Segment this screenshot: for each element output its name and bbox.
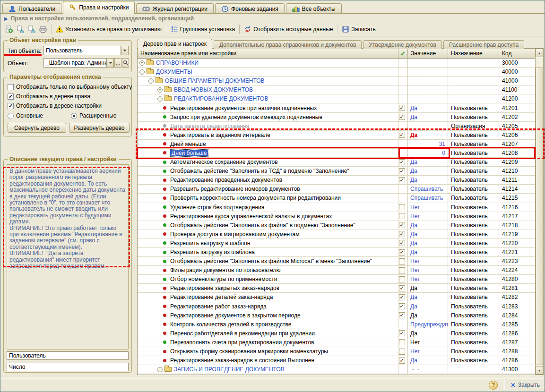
value-cell[interactable]: Нет	[408, 266, 448, 274]
value-checkbox[interactable]: ✓	[399, 240, 405, 246]
checkbox-icon[interactable]	[8, 103, 14, 109]
value-checkbox[interactable]: ✓	[399, 222, 405, 228]
tree-row[interactable]: Разрешить выгрузку в шаблон✓ДаПользовате…	[138, 239, 535, 248]
check-cell[interactable]	[398, 85, 408, 94]
tab-users[interactable]: Пользователи	[2, 3, 61, 14]
tree-row[interactable]: +ВВОД НОВЫХ ДОКУМЕНТОВ- -41100	[138, 85, 535, 94]
expander-icon[interactable]: −	[139, 69, 145, 75]
tree-row[interactable]: Запрос при удалении документов имеющих п…	[138, 113, 535, 122]
collapse-tree-button[interactable]: Свернуть дерево	[8, 123, 66, 133]
tab-event-log[interactable]: Журнал регистрации	[136, 3, 214, 14]
value-checkbox[interactable]	[399, 213, 405, 219]
value-cell[interactable]: Нет	[408, 203, 448, 212]
check-cell[interactable]: ✓	[398, 239, 408, 247]
tab-all-objects[interactable]: Все объекты	[286, 3, 342, 14]
check-cell[interactable]	[398, 347, 408, 356]
tree-row[interactable]: +СПРАВОЧНИКИ- -30000	[138, 59, 535, 68]
close-button[interactable]: ✕ Закрыть	[510, 382, 540, 389]
tree-row[interactable]: −ДОКУМЕНТЫ- -40000	[138, 68, 535, 77]
tree-row[interactable]: Удаление строк без подтвержденияНетПольз…	[138, 203, 535, 212]
value-checkbox[interactable]: ✓	[399, 294, 405, 300]
column-header-check[interactable]: ✓	[398, 49, 408, 59]
tree-row[interactable]: +ЗАПИСЬ И ПРОВЕДЕНИЕ ДОКУМЕНТОВ- -41300	[138, 365, 535, 374]
value-cell[interactable]: Да	[408, 176, 448, 184]
scroll-thumb[interactable]	[536, 68, 543, 365]
checkbox-show-settings-tree[interactable]: Отображать в дереве настройки	[8, 102, 102, 109]
value-cell[interactable]: Спрашивать	[408, 185, 448, 193]
check-cell[interactable]	[398, 212, 408, 221]
tree-row[interactable]: Отображать действие "Заполнить из файла"…	[138, 221, 535, 230]
tree-row[interactable]: Редактирование курса управленческой валю…	[138, 212, 535, 221]
check-cell[interactable]: ✓	[398, 311, 408, 320]
tree-row[interactable]: Редактирование документов при наличии по…	[138, 103, 535, 112]
value-checkbox[interactable]: ✓	[399, 358, 405, 364]
tree-row[interactable]: Проверять корректность номера документа …	[138, 194, 535, 203]
check-cell[interactable]: ✓	[398, 329, 408, 338]
value-checkbox[interactable]: ✓	[399, 114, 405, 120]
tree-row[interactable]: Отображать действие "Заполнить из ТСД" в…	[138, 167, 535, 176]
check-cell[interactable]	[398, 68, 408, 76]
checkbox-show-rights-tree[interactable]: Отображать в дереве права	[8, 93, 90, 100]
tab-document-approval[interactable]: Утверждение документов	[363, 40, 442, 49]
tab-rights-settings[interactable]: Права и настройки	[63, 1, 135, 14]
value-checkbox[interactable]: ✓	[399, 330, 405, 336]
value-cell[interactable]: Да	[408, 311, 448, 320]
check-cell[interactable]	[398, 77, 408, 85]
value-checkbox[interactable]	[399, 258, 405, 264]
check-cell[interactable]	[398, 257, 408, 265]
copy-rights-to-button[interactable]	[15, 24, 26, 34]
value-checkbox[interactable]: ✓	[399, 303, 405, 309]
radio-basic[interactable]: Основные	[8, 112, 43, 119]
tree-row[interactable]: Отображать действие "Заполнить из файлов…	[138, 257, 535, 266]
set-default-rights-button[interactable]: Установить все права по умолчанию	[54, 24, 164, 34]
scroll-down-button[interactable]: ▼	[536, 366, 543, 375]
value-cell[interactable]: - -	[408, 94, 448, 103]
object-value-field[interactable]: _Шаблон прав: Администр	[43, 58, 107, 68]
expand-tree-button[interactable]: Развернуть дерево	[69, 123, 130, 133]
tree-row[interactable]: Проверка доступа к мигрировавшим докумен…	[138, 230, 535, 239]
value-cell[interactable]: Предупреждать	[408, 320, 448, 329]
tab-rights-tree[interactable]: Дерево прав и настроек	[138, 39, 212, 49]
vertical-scrollbar[interactable]: ▲ ▼	[535, 49, 543, 375]
scroll-up-button[interactable]: ▲	[536, 49, 543, 57]
tree-row[interactable]: Редактирование заказ-нарядов в состоянии…	[138, 356, 535, 365]
value-cell[interactable]: Да	[408, 167, 448, 175]
value-cell[interactable]: Да	[408, 221, 448, 230]
check-cell[interactable]	[398, 185, 408, 193]
value-cell[interactable]: Нет	[408, 338, 448, 347]
help-button[interactable]: ?	[489, 381, 498, 390]
value-checkbox[interactable]: ✓	[399, 285, 405, 291]
tree-row[interactable]: Дней больше0Пользователь41208	[138, 149, 535, 158]
check-cell[interactable]: ✓	[398, 103, 408, 112]
column-header-purpose[interactable]: Назначение	[448, 49, 499, 59]
tree-row[interactable]: Отбор номенклатуры по применяемостиНетПо…	[138, 275, 535, 284]
value-checkbox[interactable]	[399, 349, 405, 355]
tree-row[interactable]: Фильтрация документов по пользователюНет…	[138, 266, 535, 275]
value-cell[interactable]: Да	[408, 302, 448, 311]
check-cell[interactable]: ✓	[398, 113, 408, 121]
check-cell[interactable]: ✓	[398, 302, 408, 311]
value-checkbox[interactable]: ✓	[399, 231, 405, 237]
value-cell[interactable]: Да	[408, 113, 448, 121]
value-cell[interactable]: Да	[408, 356, 448, 365]
check-cell[interactable]: ✓	[398, 293, 408, 301]
show-source-data-button[interactable]: Отобразить исходные данные	[242, 24, 335, 34]
check-cell[interactable]	[398, 140, 408, 148]
value-cell[interactable]: 31	[408, 140, 448, 148]
value-cell[interactable]: Нет	[408, 275, 448, 283]
column-header-value[interactable]: Значение	[408, 49, 448, 59]
value-checkbox[interactable]: ✓	[399, 132, 405, 138]
check-cell[interactable]	[398, 275, 408, 283]
tree-row[interactable]: Автоматическое сохранение документов✓ДаП…	[138, 158, 535, 167]
column-header-code[interactable]: Код	[499, 49, 535, 59]
value-cell[interactable]: Да	[408, 293, 448, 301]
check-cell[interactable]	[398, 59, 408, 67]
tab-background-jobs[interactable]: Фоновые задания	[215, 3, 285, 14]
check-cell[interactable]: ✓	[398, 131, 408, 139]
tree-row[interactable]: Редактирование закрытых заказ-нарядов✓Да…	[138, 284, 535, 293]
radio-icon[interactable]	[71, 113, 77, 119]
value-checkbox[interactable]	[399, 276, 405, 282]
expander-icon[interactable]: −	[157, 96, 163, 102]
value-cell[interactable]: - -	[408, 365, 448, 374]
check-cell[interactable]: ✓	[398, 284, 408, 292]
